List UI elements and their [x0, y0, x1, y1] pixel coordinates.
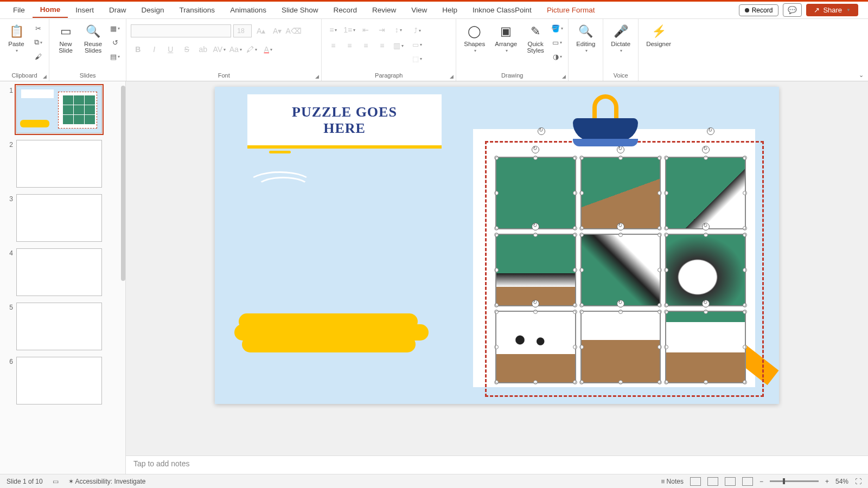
strike-button[interactable]: S	[180, 43, 194, 56]
slide-thumbnail-4[interactable]	[16, 248, 102, 296]
spacing-button[interactable]: AV▾	[212, 43, 226, 56]
slide-viewport[interactable]: PUZZLE GOES HERE	[126, 81, 868, 455]
underline-button[interactable]: U	[163, 43, 177, 56]
shape-fill-button[interactable]: 🪣▾	[551, 22, 564, 34]
slideshow-view-button[interactable]	[742, 477, 753, 486]
designer-button[interactable]: ⚡Designer	[643, 21, 674, 49]
thumbnail-panel[interactable]: 1 2 3 4 5 6	[0, 81, 126, 474]
sorter-view-button[interactable]	[707, 477, 718, 486]
new-slide-button[interactable]: ▭ New Slide	[54, 21, 78, 56]
tab-help[interactable]: Help	[435, 3, 465, 17]
reset-button[interactable]: ↺	[108, 36, 122, 48]
clipboard-dialog-launcher[interactable]: ◢	[43, 74, 47, 79]
tab-transitions[interactable]: Transitions	[172, 3, 223, 17]
font-name-combo[interactable]	[131, 24, 231, 37]
thumb-row-6[interactable]: 6	[2, 357, 123, 404]
align-left-button[interactable]: ≡	[326, 39, 340, 52]
align-right-button[interactable]: ≡	[359, 39, 373, 52]
copy-button[interactable]: ⧉▾	[31, 36, 44, 48]
columns-button[interactable]: ▥▾	[391, 39, 405, 52]
thumb-row-1[interactable]: 1	[2, 86, 123, 133]
shape-outline-button[interactable]: ▭▾	[551, 36, 564, 48]
slide-thumbnail-1[interactable]	[16, 86, 102, 133]
case-button[interactable]: Aa▾	[228, 43, 242, 56]
title-textbox[interactable]: PUZZLE GOES HERE	[247, 94, 442, 146]
tab-picture-format[interactable]: Picture Format	[539, 3, 603, 17]
rotate-handle-icon[interactable]	[538, 127, 545, 135]
notes-pane[interactable]: Tap to add notes	[126, 455, 868, 474]
quick-styles-button[interactable]: ✎Quick Styles	[524, 21, 547, 56]
shapes-button[interactable]: ◯Shapes▾	[461, 21, 488, 55]
share-button[interactable]: ↗Share▼	[806, 4, 858, 16]
numbering-button[interactable]: 1≡▾	[342, 23, 356, 36]
zoom-level-label[interactable]: 54%	[835, 478, 848, 485]
layout-button[interactable]: ▦▾	[108, 22, 122, 34]
normal-view-button[interactable]	[690, 477, 701, 486]
paragraph-dialog-launcher[interactable]: ◢	[450, 74, 454, 79]
align-center-button[interactable]: ≡	[342, 39, 356, 52]
slide-thumbnail-6[interactable]	[16, 357, 102, 404]
format-painter-button[interactable]: 🖌	[31, 50, 44, 62]
thumb-row-2[interactable]: 2	[2, 140, 123, 188]
accessibility-button[interactable]: ✶ Accessibility: Investigate	[68, 478, 146, 485]
line-spacing-button[interactable]: ↕▾	[391, 23, 405, 36]
indent-button[interactable]: ⇥	[375, 23, 389, 36]
selection-group-frame[interactable]	[485, 141, 764, 397]
fit-window-button[interactable]: ⛶	[855, 478, 861, 485]
slide-thumbnail-2[interactable]	[16, 140, 102, 188]
text-direction-button[interactable]: ⤴▾	[411, 24, 424, 36]
slide-thumbnail-3[interactable]	[16, 194, 102, 242]
italic-button[interactable]: I	[147, 43, 161, 56]
comments-button[interactable]: 💬	[783, 3, 802, 17]
collapse-ribbon-button[interactable]: ⌄	[859, 72, 864, 79]
rotate-handle-icon[interactable]	[707, 127, 714, 135]
section-button[interactable]: ▤▾	[108, 50, 122, 62]
justify-button[interactable]: ≡	[375, 39, 389, 52]
tab-file[interactable]: File	[5, 3, 33, 17]
tab-view[interactable]: View	[404, 3, 435, 17]
thumb-row-4[interactable]: 4	[2, 248, 123, 296]
tab-home[interactable]: Home	[33, 2, 68, 18]
slide-thumbnail-5[interactable]	[16, 303, 102, 350]
slide-counter[interactable]: Slide 1 of 10	[7, 478, 43, 485]
tab-insert[interactable]: Insert	[68, 3, 101, 17]
record-button[interactable]: Record	[739, 4, 779, 16]
drawing-dialog-launcher[interactable]: ◢	[562, 74, 566, 79]
outdent-button[interactable]: ⇤	[359, 23, 373, 36]
language-button[interactable]: ▭	[53, 478, 59, 485]
bold-button[interactable]: B	[131, 43, 145, 56]
thumb-scrollbar[interactable]	[121, 86, 125, 281]
grow-font-button[interactable]: A▴	[254, 24, 268, 37]
tab-classpoint[interactable]: Inknoe ClassPoint	[465, 3, 539, 17]
shadow-button[interactable]: ab	[196, 43, 210, 56]
cut-button[interactable]: ✂	[31, 22, 44, 34]
tab-review[interactable]: Review	[365, 3, 404, 17]
clear-format-button[interactable]: A⌫	[286, 24, 301, 37]
zoom-in-button[interactable]: +	[825, 478, 829, 485]
font-size-combo[interactable]: 18	[233, 24, 252, 37]
thumb-row-5[interactable]: 5	[2, 303, 123, 350]
tab-animations[interactable]: Animations	[222, 3, 274, 17]
reuse-slides-button[interactable]: 🔍 Reuse Slides	[81, 21, 105, 56]
tab-record[interactable]: Record	[326, 3, 365, 17]
notes-toggle-button[interactable]: ≡ Notes	[661, 478, 684, 485]
align-text-button[interactable]: ▭▾	[411, 38, 424, 50]
thumb-row-3[interactable]: 3	[2, 194, 123, 242]
dictate-button[interactable]: 🎤Dictate▾	[608, 21, 634, 55]
tab-slideshow[interactable]: Slide Show	[274, 3, 326, 17]
paste-button[interactable]: 📋 Paste ▾	[4, 21, 28, 55]
zoom-out-button[interactable]: −	[760, 478, 763, 485]
slide-canvas[interactable]: PUZZLE GOES HERE	[215, 87, 779, 404]
bullets-button[interactable]: ≡▾	[326, 23, 340, 36]
tab-design[interactable]: Design	[134, 3, 172, 17]
zoom-slider[interactable]	[770, 480, 819, 482]
font-color-button[interactable]: A▾	[261, 43, 275, 56]
arrange-button[interactable]: ▣Arrange▾	[492, 21, 520, 55]
tab-draw[interactable]: Draw	[101, 3, 134, 17]
smartart-button[interactable]: ⬚▾	[411, 53, 424, 65]
reading-view-button[interactable]	[725, 477, 736, 486]
shape-effects-button[interactable]: ◑▾	[551, 50, 564, 62]
highlight-button[interactable]: 🖍▾	[245, 43, 259, 56]
font-dialog-launcher[interactable]: ◢	[315, 74, 319, 79]
editing-button[interactable]: 🔍Editing▾	[573, 21, 598, 55]
